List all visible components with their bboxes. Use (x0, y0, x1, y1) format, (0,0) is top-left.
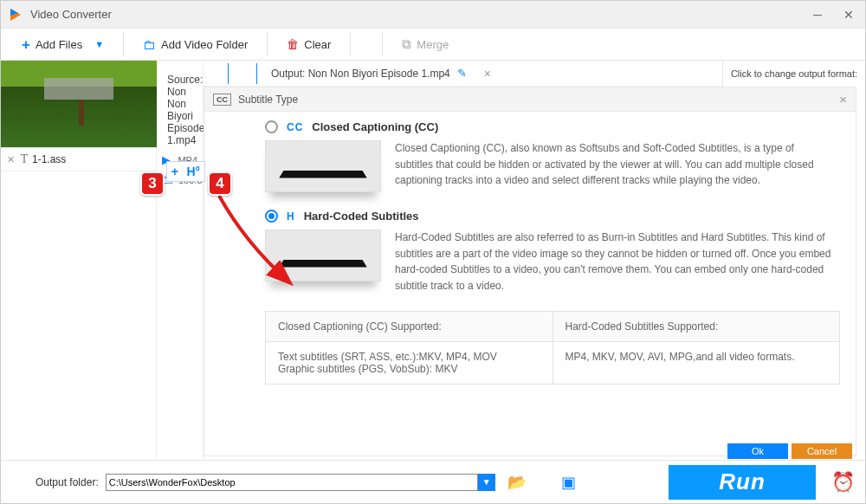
hard-description: Hard-Coded Subtitles are also referred t… (395, 229, 840, 294)
change-format-button[interactable]: Click to change output format: (722, 61, 865, 87)
folder-video-icon: 🗀 (143, 37, 156, 52)
subtitle-row[interactable]: ✕ T 1-1.ass (1, 147, 156, 171)
cc-illustration (265, 140, 381, 192)
minimize-button[interactable]: ─ (808, 5, 827, 24)
clear-label: Clear (304, 38, 331, 51)
alarm-clock-icon[interactable]: ⏰ (831, 471, 855, 494)
merge-icon: ⧉ (402, 36, 411, 52)
merge-button[interactable]: ⧉ Merge (390, 33, 461, 55)
cc-description: Closed Captioning (CC), also known as So… (395, 140, 840, 192)
close-button[interactable]: ✕ (839, 5, 858, 24)
subtitle-filename: 1-1.ass (32, 153, 152, 165)
merge-label: Merge (417, 38, 449, 51)
add-cc-icon[interactable]: + (171, 165, 178, 178)
add-folder-label: Add Video Folder (161, 38, 248, 51)
clear-button[interactable]: 🗑 Clear (275, 34, 343, 55)
meta-column: Source: Non Non Biyori Episode 1.mp4 ▶ M… (157, 61, 204, 460)
hard-supported-body: MP4, MKV, MOV, AVI, MPG,and all video fo… (553, 342, 840, 384)
add-files-label: Add Files (36, 38, 82, 51)
app-title: Video Converter (30, 8, 808, 21)
toolbar: + Add Files ▼ 🗀 Add Video Folder 🗑 Clear… (1, 29, 865, 61)
output-folder-input[interactable] (106, 474, 478, 491)
output-label: Output: Non Non Biyori Episode 1.mp4 (271, 68, 450, 80)
radio-cc[interactable] (265, 120, 278, 133)
run-button[interactable]: Run (669, 465, 816, 500)
text-icon: T (16, 152, 32, 166)
add-files-button[interactable]: + Add Files ▼ (10, 34, 116, 55)
cc-badge-icon: CC (213, 94, 231, 106)
cc-option-label: Closed Captioning (CC) (312, 120, 438, 133)
remove-subtitle-icon[interactable]: ✕ (4, 154, 16, 165)
dialog-buttons: Ok Cancel (727, 443, 852, 459)
support-table: Closed Captioning (CC) Supported: Hard-C… (265, 311, 840, 384)
profile-card-icon[interactable]: ▣ (561, 473, 576, 492)
ok-button[interactable]: Ok (727, 443, 788, 459)
open-folder-icon[interactable]: 📂 (507, 473, 527, 492)
cc-tag-icon: CC (287, 121, 303, 133)
cc-supported-body: Text subtitles (SRT, ASS, etc.):MKV, MP4… (266, 342, 553, 384)
annotation-4: 4 (208, 171, 232, 196)
panel-header: CC Subtitle Type × (204, 87, 856, 112)
content-area: ✕ T 1-1.ass Source: Non Non Biyori Episo… (1, 61, 865, 460)
add-folder-button[interactable]: 🗀 Add Video Folder (131, 34, 260, 55)
titlebar: Video Converter ─ ✕ (1, 1, 865, 29)
subtitle-add-controls: + H° (166, 161, 205, 182)
chevron-down-icon: ▼ (94, 39, 104, 49)
annotation-arrow (210, 191, 332, 294)
bottom-bar: Output folder: ▼ 📂 ▣ Run ⏰ (1, 460, 865, 503)
hard-supported-header: Hard-Coded Subtitles Supported: (553, 312, 840, 342)
cancel-button[interactable]: Cancel (792, 443, 852, 459)
video-thumbnail[interactable] (1, 61, 157, 147)
app-window: Video Converter ─ ✕ + Add Files ▼ 🗀 Add … (0, 0, 866, 504)
option-hard: H Hard-Coded Subtitles Hard-Coded Subtit… (265, 210, 840, 294)
trash-icon: 🗑 (287, 37, 299, 51)
app-logo-icon (8, 7, 23, 23)
output-folder-label: Output folder: (36, 476, 99, 488)
left-panel: ✕ T 1-1.ass (1, 61, 157, 460)
option-cc: CC Closed Captioning (CC) Closed Caption… (265, 120, 840, 192)
output-folder-dropdown[interactable]: ▼ (478, 474, 495, 491)
source-label: Source: Non Non Biyori Episode 1.mp4 (157, 68, 203, 150)
annotation-3: 3 (140, 171, 165, 196)
panel-title: Subtitle Type (238, 94, 839, 106)
plus-icon: + (22, 37, 30, 52)
edit-output-icon[interactable]: ✎ (457, 67, 467, 80)
remove-item-icon[interactable]: × (484, 67, 491, 81)
add-hard-icon[interactable]: H° (187, 165, 201, 178)
source-output-bar: Output: Non Non Biyori Episode 1.mp4 ✎ ×… (204, 61, 865, 87)
panel-close-icon[interactable]: × (839, 92, 847, 107)
cc-supported-header: Closed Captioning (CC) Supported: (266, 312, 553, 342)
